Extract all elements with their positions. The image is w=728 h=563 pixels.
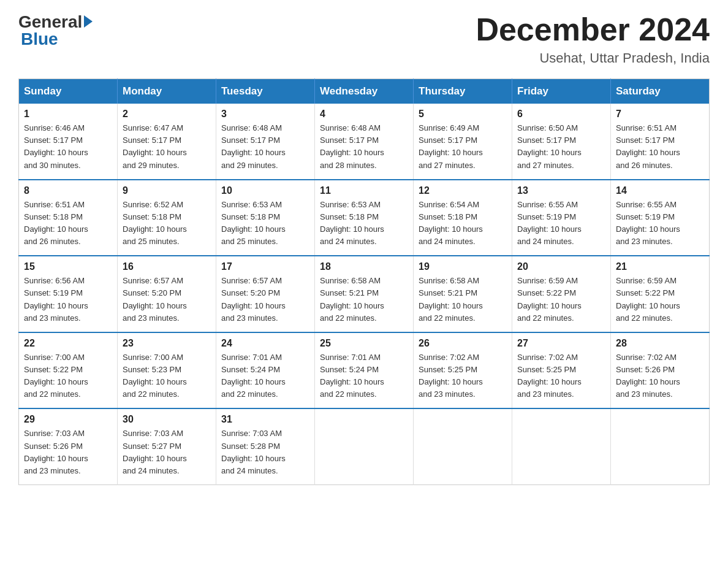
calendar-cell: 8Sunrise: 6:51 AM Sunset: 5:18 PM Daylig… bbox=[19, 180, 118, 256]
day-info: Sunrise: 6:58 AM Sunset: 5:21 PM Dayligh… bbox=[419, 275, 507, 324]
day-info: Sunrise: 6:57 AM Sunset: 5:20 PM Dayligh… bbox=[123, 275, 211, 324]
calendar-cell: 16Sunrise: 6:57 AM Sunset: 5:20 PM Dayli… bbox=[118, 256, 216, 332]
calendar-week-row: 29Sunrise: 7:03 AM Sunset: 5:26 PM Dayli… bbox=[19, 408, 710, 484]
weekday-header-wednesday: Wednesday bbox=[315, 79, 414, 104]
day-number: 14 bbox=[616, 185, 704, 196]
day-number: 11 bbox=[320, 185, 408, 196]
day-info: Sunrise: 6:52 AM Sunset: 5:18 PM Dayligh… bbox=[123, 199, 211, 248]
day-number: 7 bbox=[616, 109, 704, 120]
weekday-header-thursday: Thursday bbox=[414, 79, 512, 104]
weekday-header-saturday: Saturday bbox=[611, 79, 710, 104]
day-number: 26 bbox=[419, 338, 507, 349]
calendar-cell: 23Sunrise: 7:00 AM Sunset: 5:23 PM Dayli… bbox=[118, 332, 216, 409]
day-info: Sunrise: 6:48 AM Sunset: 5:17 PM Dayligh… bbox=[221, 122, 309, 172]
calendar-cell: 19Sunrise: 6:58 AM Sunset: 5:21 PM Dayli… bbox=[414, 256, 512, 332]
day-info: Sunrise: 7:03 AM Sunset: 5:28 PM Dayligh… bbox=[221, 427, 309, 477]
day-info: Sunrise: 6:49 AM Sunset: 5:17 PM Dayligh… bbox=[419, 122, 507, 172]
day-number: 15 bbox=[24, 261, 112, 272]
calendar-cell: 18Sunrise: 6:58 AM Sunset: 5:21 PM Dayli… bbox=[315, 256, 414, 332]
calendar-cell bbox=[414, 408, 512, 484]
day-info: Sunrise: 6:47 AM Sunset: 5:17 PM Dayligh… bbox=[123, 122, 211, 172]
calendar-cell bbox=[315, 408, 414, 484]
day-number: 13 bbox=[517, 185, 605, 196]
weekday-header-friday: Friday bbox=[512, 79, 611, 104]
day-number: 18 bbox=[320, 261, 408, 272]
page-header: General Blue December 2024 Usehat, Uttar… bbox=[18, 12, 710, 66]
calendar-cell: 5Sunrise: 6:49 AM Sunset: 5:17 PM Daylig… bbox=[414, 104, 512, 180]
logo: General Blue bbox=[18, 12, 93, 49]
calendar-cell bbox=[611, 408, 710, 484]
calendar-cell: 20Sunrise: 6:59 AM Sunset: 5:22 PM Dayli… bbox=[512, 256, 611, 332]
day-number: 29 bbox=[24, 414, 112, 425]
day-number: 4 bbox=[320, 109, 408, 120]
day-info: Sunrise: 7:00 AM Sunset: 5:23 PM Dayligh… bbox=[123, 351, 211, 401]
day-number: 24 bbox=[221, 338, 309, 349]
day-number: 1 bbox=[24, 109, 112, 120]
day-info: Sunrise: 7:03 AM Sunset: 5:27 PM Dayligh… bbox=[123, 427, 211, 477]
logo-arrow-icon bbox=[84, 15, 93, 28]
calendar-cell: 1Sunrise: 6:46 AM Sunset: 5:17 PM Daylig… bbox=[19, 104, 118, 180]
calendar-table: SundayMondayTuesdayWednesdayThursdayFrid… bbox=[18, 79, 710, 485]
calendar-cell: 12Sunrise: 6:54 AM Sunset: 5:18 PM Dayli… bbox=[414, 180, 512, 256]
day-number: 9 bbox=[123, 185, 211, 196]
calendar-week-row: 8Sunrise: 6:51 AM Sunset: 5:18 PM Daylig… bbox=[19, 180, 710, 256]
day-info: Sunrise: 6:48 AM Sunset: 5:17 PM Dayligh… bbox=[320, 122, 408, 172]
weekday-header-monday: Monday bbox=[118, 79, 216, 104]
day-info: Sunrise: 7:01 AM Sunset: 5:24 PM Dayligh… bbox=[320, 351, 408, 401]
calendar-week-row: 22Sunrise: 7:00 AM Sunset: 5:22 PM Dayli… bbox=[19, 332, 710, 409]
calendar-cell: 26Sunrise: 7:02 AM Sunset: 5:25 PM Dayli… bbox=[414, 332, 512, 409]
calendar-cell: 13Sunrise: 6:55 AM Sunset: 5:19 PM Dayli… bbox=[512, 180, 611, 256]
calendar-cell: 4Sunrise: 6:48 AM Sunset: 5:17 PM Daylig… bbox=[315, 104, 414, 180]
calendar-week-row: 1Sunrise: 6:46 AM Sunset: 5:17 PM Daylig… bbox=[19, 104, 710, 180]
location-subtitle: Usehat, Uttar Pradesh, India bbox=[476, 50, 710, 66]
day-info: Sunrise: 6:59 AM Sunset: 5:22 PM Dayligh… bbox=[517, 275, 605, 324]
weekday-header-sunday: Sunday bbox=[19, 79, 118, 104]
day-number: 19 bbox=[419, 261, 507, 272]
day-info: Sunrise: 6:51 AM Sunset: 5:18 PM Dayligh… bbox=[24, 199, 112, 248]
day-info: Sunrise: 6:46 AM Sunset: 5:17 PM Dayligh… bbox=[24, 122, 112, 172]
day-number: 2 bbox=[123, 109, 211, 120]
calendar-cell: 10Sunrise: 6:53 AM Sunset: 5:18 PM Dayli… bbox=[216, 180, 315, 256]
day-info: Sunrise: 7:00 AM Sunset: 5:22 PM Dayligh… bbox=[24, 351, 112, 401]
day-number: 10 bbox=[221, 185, 309, 196]
weekday-header-tuesday: Tuesday bbox=[216, 79, 315, 104]
day-number: 30 bbox=[123, 414, 211, 425]
day-info: Sunrise: 6:55 AM Sunset: 5:19 PM Dayligh… bbox=[616, 199, 704, 248]
day-info: Sunrise: 6:50 AM Sunset: 5:17 PM Dayligh… bbox=[517, 122, 605, 172]
day-number: 22 bbox=[24, 338, 112, 349]
calendar-cell: 9Sunrise: 6:52 AM Sunset: 5:18 PM Daylig… bbox=[118, 180, 216, 256]
day-info: Sunrise: 6:54 AM Sunset: 5:18 PM Dayligh… bbox=[419, 199, 507, 248]
day-info: Sunrise: 7:02 AM Sunset: 5:26 PM Dayligh… bbox=[616, 351, 704, 401]
day-number: 23 bbox=[123, 338, 211, 349]
day-number: 16 bbox=[123, 261, 211, 272]
day-info: Sunrise: 6:55 AM Sunset: 5:19 PM Dayligh… bbox=[517, 199, 605, 248]
day-number: 12 bbox=[419, 185, 507, 196]
title-section: December 2024 Usehat, Uttar Pradesh, Ind… bbox=[476, 12, 710, 66]
calendar-cell: 31Sunrise: 7:03 AM Sunset: 5:28 PM Dayli… bbox=[216, 408, 315, 484]
day-info: Sunrise: 6:56 AM Sunset: 5:19 PM Dayligh… bbox=[24, 275, 112, 324]
day-info: Sunrise: 6:59 AM Sunset: 5:22 PM Dayligh… bbox=[616, 275, 704, 324]
calendar-cell: 22Sunrise: 7:00 AM Sunset: 5:22 PM Dayli… bbox=[19, 332, 118, 409]
day-number: 3 bbox=[221, 109, 309, 120]
day-info: Sunrise: 7:02 AM Sunset: 5:25 PM Dayligh… bbox=[517, 351, 605, 401]
day-number: 28 bbox=[616, 338, 704, 349]
calendar-cell: 6Sunrise: 6:50 AM Sunset: 5:17 PM Daylig… bbox=[512, 104, 611, 180]
day-number: 5 bbox=[419, 109, 507, 120]
day-info: Sunrise: 7:02 AM Sunset: 5:25 PM Dayligh… bbox=[419, 351, 507, 401]
calendar-cell: 11Sunrise: 6:53 AM Sunset: 5:18 PM Dayli… bbox=[315, 180, 414, 256]
calendar-cell: 14Sunrise: 6:55 AM Sunset: 5:19 PM Dayli… bbox=[611, 180, 710, 256]
day-info: Sunrise: 6:51 AM Sunset: 5:17 PM Dayligh… bbox=[616, 122, 704, 172]
day-info: Sunrise: 6:53 AM Sunset: 5:18 PM Dayligh… bbox=[221, 199, 309, 248]
day-number: 17 bbox=[221, 261, 309, 272]
logo-blue-text: Blue bbox=[21, 29, 93, 49]
calendar-cell bbox=[512, 408, 611, 484]
calendar-week-row: 15Sunrise: 6:56 AM Sunset: 5:19 PM Dayli… bbox=[19, 256, 710, 332]
calendar-cell: 27Sunrise: 7:02 AM Sunset: 5:25 PM Dayli… bbox=[512, 332, 611, 409]
day-number: 6 bbox=[517, 109, 605, 120]
day-info: Sunrise: 7:03 AM Sunset: 5:26 PM Dayligh… bbox=[24, 427, 112, 477]
calendar-cell: 17Sunrise: 6:57 AM Sunset: 5:20 PM Dayli… bbox=[216, 256, 315, 332]
calendar-cell: 25Sunrise: 7:01 AM Sunset: 5:24 PM Dayli… bbox=[315, 332, 414, 409]
calendar-cell: 21Sunrise: 6:59 AM Sunset: 5:22 PM Dayli… bbox=[611, 256, 710, 332]
day-number: 27 bbox=[517, 338, 605, 349]
day-number: 8 bbox=[24, 185, 112, 196]
